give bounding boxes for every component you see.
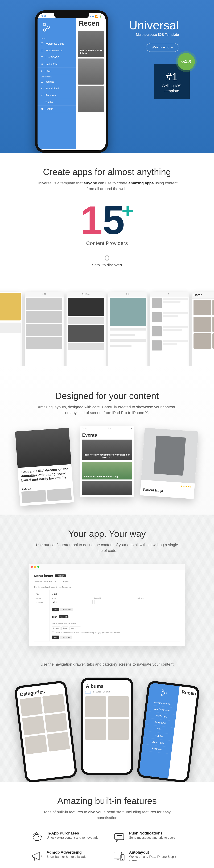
mini-screenshot: Top Music bbox=[66, 292, 105, 366]
sidebar-section-social: Social Media bbox=[37, 74, 76, 79]
window-titlebar bbox=[29, 564, 185, 570]
piggybank-icon bbox=[31, 831, 43, 843]
rank-number: #1 bbox=[162, 70, 181, 83]
devices-icon bbox=[113, 850, 125, 862]
sidebar-item-wordpress[interactable]: Wordpress Blogs bbox=[37, 40, 76, 47]
chat-icon bbox=[113, 831, 125, 843]
close-icon[interactable] bbox=[31, 566, 33, 568]
save-button[interactable]: Save bbox=[52, 608, 59, 612]
version-badge: v4.3 bbox=[178, 53, 195, 70]
mini-screenshot: 9:41 bbox=[25, 292, 64, 366]
section-title: Amazing built-in features bbox=[7, 796, 207, 806]
mini-screenshot: 9:41 bbox=[150, 292, 189, 366]
layout-screenshot: Carrier ▾9:41■ Events Field Notes: WooCo… bbox=[80, 426, 134, 497]
hero-phone-mockup: 5:01●●● 📶 🔋 News Wordpress Blogs WooComm… bbox=[35, 10, 108, 153]
add-item-button[interactable]: + Add item bbox=[55, 575, 66, 578]
sidebar-item-youtube[interactable]: Youtube bbox=[37, 79, 76, 85]
feature-iap: In-App PurchasesUnlock extra content and… bbox=[31, 831, 101, 843]
phone-content-card[interactable] bbox=[78, 86, 104, 112]
svg-point-5 bbox=[41, 64, 42, 65]
side-item[interactable]: Video bbox=[36, 596, 48, 600]
hero-section: 5:01●●● 📶 🔋 News Wordpress Blogs WooComm… bbox=[0, 0, 214, 153]
nav-phone-drawer: Wordpress Blogs WooCommerce Live TV ABC … bbox=[136, 680, 200, 782]
svg-point-6 bbox=[41, 71, 42, 72]
hero-subtitle: Multi-purpose IOS Template bbox=[129, 33, 179, 37]
content-provider-count: 15+ bbox=[7, 200, 207, 240]
mouse-icon bbox=[104, 255, 110, 261]
save-button[interactable]: Save bbox=[52, 636, 59, 639]
svg-point-1 bbox=[47, 26, 50, 28]
megaphone-icon bbox=[31, 850, 43, 862]
add-tab-button[interactable]: + Add tab bbox=[59, 615, 69, 618]
section-title: Create apps for almost anything bbox=[7, 167, 207, 177]
svg-rect-16 bbox=[115, 834, 124, 840]
configurator-section: Your app. Your way Use our configurator … bbox=[0, 515, 214, 782]
tab-import[interactable]: Import bbox=[55, 580, 60, 582]
feature-autolayout: AutolayoutWorks on any iPad, iPhone & sp… bbox=[113, 850, 183, 862]
minimize-icon[interactable] bbox=[34, 566, 36, 568]
sidebar-item-facebook[interactable]: Facebook bbox=[37, 92, 76, 99]
phone-time: 5:01 bbox=[41, 15, 46, 18]
svg-rect-4 bbox=[41, 57, 43, 58]
svg-point-12 bbox=[161, 694, 163, 696]
mini-screenshot: 9:41 bbox=[109, 292, 148, 366]
section-title: Your app. Your way bbox=[7, 528, 207, 539]
phone-main-pane: Recen Find the Per Photo Librar bbox=[76, 18, 105, 149]
sidebar-item-rss[interactable]: RSS bbox=[37, 67, 76, 74]
section-description: Amazing layouts, designed with care. Car… bbox=[36, 404, 178, 415]
scroll-hint: Scroll to discover! bbox=[7, 255, 207, 267]
watch-demo-button[interactable]: Watch demo → bbox=[146, 43, 179, 52]
screens-showcase: Beautiful 9:41 Top Music 9:41 9:41 Home bbox=[0, 286, 214, 366]
field-name[interactable] bbox=[52, 600, 93, 604]
nav-phone-albums: Albums RecentFeaturedBy artist bbox=[81, 678, 133, 775]
phone-content-card[interactable] bbox=[78, 59, 104, 85]
app-logo-icon bbox=[37, 20, 76, 36]
svg-point-0 bbox=[43, 23, 46, 26]
features-section: Amazing built-in features Tons of built-… bbox=[0, 782, 214, 868]
content-providers-section: Create apps for almost anything Universa… bbox=[0, 153, 214, 286]
svg-point-15 bbox=[36, 833, 38, 835]
content-provider-label: Content Providers bbox=[7, 240, 207, 246]
delete-button[interactable]: Delete Item bbox=[60, 608, 72, 612]
sidebar-item-livetv[interactable]: Live TV ABC bbox=[37, 54, 76, 61]
mini-screenshot: Beautiful bbox=[0, 292, 22, 366]
layout-screenshot: 'Stan and Ollie' director on the difficu… bbox=[15, 428, 74, 506]
side-item[interactable]: Podcast bbox=[36, 600, 48, 604]
sidebar-item-radio[interactable]: Radio 3FM bbox=[37, 61, 76, 67]
tab-download[interactable]: Download Config File bbox=[34, 580, 52, 582]
svg-point-2 bbox=[43, 29, 46, 31]
config-heading: Menu items bbox=[34, 574, 53, 578]
layout-screenshot: ★★★★★ Patient Ninja bbox=[140, 428, 198, 499]
battery-icon: ●●● 📶 🔋 bbox=[90, 15, 102, 18]
show-tabs-checkbox[interactable] bbox=[52, 631, 54, 634]
section-description: Tons of built-in features to give you a … bbox=[36, 809, 178, 820]
tab-export[interactable]: Export bbox=[63, 580, 69, 582]
feature-push: Push NotificationsSend messages and urls… bbox=[113, 831, 183, 843]
section-title: Designed for your content bbox=[7, 391, 207, 401]
sidebar-item-soundcloud[interactable]: SoundCloud bbox=[37, 85, 76, 92]
phone-content-card[interactable]: Find the Per Photo Librar bbox=[78, 31, 104, 57]
feature-admob: Admob AdvertisingShow banner & interstia… bbox=[31, 850, 101, 862]
sidebar-item-tumblr[interactable]: Tumblr bbox=[37, 99, 76, 105]
nav-phone-categories: Categories bbox=[14, 680, 78, 782]
delete-tab-button[interactable]: Delete Tab bbox=[60, 636, 72, 639]
svg-point-14 bbox=[38, 836, 39, 837]
side-item[interactable]: Blog bbox=[36, 592, 48, 596]
phone-sidebar: News Wordpress Blogs WooCommerce Live TV… bbox=[37, 18, 76, 149]
sidebar-section-news: News bbox=[37, 36, 76, 40]
maximize-icon[interactable] bbox=[37, 566, 39, 568]
sidebar-item-woocommerce[interactable]: WooCommerce bbox=[37, 47, 76, 54]
field-indicator[interactable] bbox=[137, 600, 178, 604]
config-window: Menu items+ Add item Download Config Fil… bbox=[29, 564, 185, 646]
mini-screenshot: Home bbox=[192, 292, 214, 366]
field-drawable[interactable] bbox=[94, 600, 135, 604]
svg-point-23 bbox=[122, 860, 123, 860]
designed-section: Designed for your content Amazing layout… bbox=[0, 366, 214, 515]
hero-title: Universal bbox=[129, 19, 179, 32]
sidebar-item-twitter[interactable]: Twitter bbox=[37, 105, 76, 112]
svg-point-3 bbox=[41, 42, 43, 45]
navigate-description: Use the navigation drawer, tabs and cate… bbox=[36, 661, 178, 667]
section-description: Universal is a template that anyone can … bbox=[36, 180, 178, 192]
section-description: Use our configurator tool to define the … bbox=[36, 542, 178, 553]
phone-main-title: Recen bbox=[76, 18, 105, 29]
